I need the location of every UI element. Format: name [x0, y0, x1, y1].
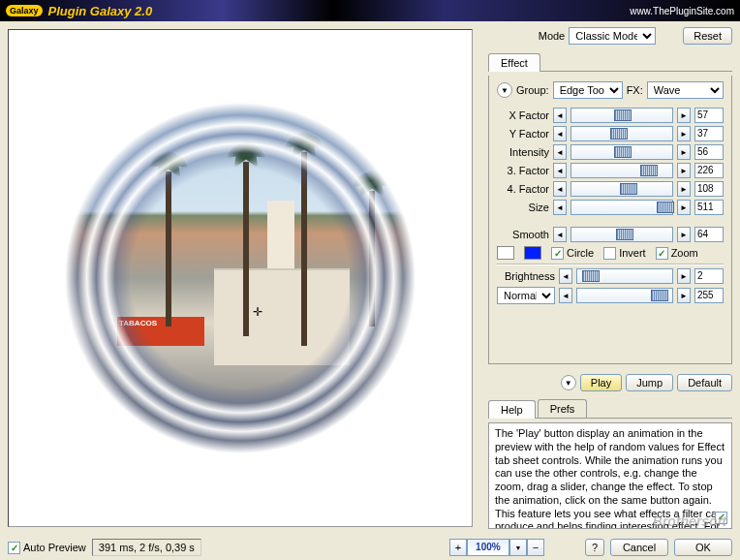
play-button[interactable]: Play [580, 374, 622, 391]
slider-inc[interactable]: ► [677, 144, 691, 160]
slider-inc[interactable]: ► [677, 227, 691, 242]
param-slider[interactable] [570, 163, 673, 178]
param-slider[interactable] [570, 108, 673, 123]
reset-button[interactable]: Reset [683, 27, 732, 45]
slider-label: 3. Factor [497, 165, 549, 176]
group-select[interactable]: Edge Tool [553, 81, 623, 99]
preview-area[interactable]: TABACOS ✛ [8, 29, 473, 527]
param-slider[interactable] [570, 181, 673, 197]
slider-label: Intensity [497, 146, 549, 158]
brightness-slider[interactable] [576, 268, 673, 284]
brightness-value[interactable]: 2 [694, 268, 724, 284]
mode-select[interactable]: Classic Mode [569, 27, 656, 45]
slider-inc[interactable]: ► [677, 108, 691, 123]
slider-value[interactable]: 37 [694, 126, 724, 141]
slider-dec[interactable]: ◄ [553, 126, 567, 141]
tab-help[interactable]: Help [488, 400, 536, 419]
blend-value[interactable]: 255 [694, 288, 724, 303]
zoom-checkbox[interactable]: ✓ [656, 247, 668, 260]
ok-button[interactable]: OK [674, 539, 732, 556]
circle-checkbox[interactable]: ✓ [551, 247, 564, 260]
slider-inc[interactable]: ► [677, 288, 691, 303]
color-white[interactable] [497, 246, 514, 260]
slider-dec[interactable]: ◄ [553, 200, 567, 215]
slider-label: X Factor [497, 109, 549, 121]
slider-dec[interactable]: ◄ [559, 288, 572, 303]
fx-label: FX: [627, 84, 643, 96]
slider-inc[interactable]: ► [677, 181, 691, 197]
slider-inc[interactable]: ► [677, 200, 691, 215]
slider-label: Size [497, 202, 549, 213]
slider-dec[interactable]: ◄ [553, 108, 567, 123]
mode-label: Mode [539, 30, 566, 42]
blend-mode-select[interactable]: Normal [497, 287, 555, 304]
logo-badge: Galaxy [6, 5, 43, 16]
help-text: The 'Play' button display an animation i… [488, 422, 732, 529]
smooth-label: Smooth [497, 229, 549, 240]
slider-inc[interactable]: ► [677, 268, 691, 284]
group-label: Group: [516, 84, 549, 96]
brightness-label: Brightness [497, 270, 555, 282]
slider-dec[interactable]: ◄ [553, 227, 567, 242]
tab-effect[interactable]: Effect [488, 53, 540, 72]
smooth-value[interactable]: 64 [694, 227, 724, 242]
cancel-button[interactable]: Cancel [610, 539, 668, 556]
preview-image: TABACOS ✛ [20, 55, 460, 501]
invert-label: Invert [619, 247, 646, 259]
crosshair-icon: ✛ [253, 305, 262, 319]
slider-dec[interactable]: ◄ [553, 163, 567, 178]
slider-value[interactable]: 226 [694, 163, 724, 178]
expand-icon[interactable]: ▼ [497, 82, 512, 98]
slider-dec[interactable]: ◄ [553, 181, 567, 197]
fx-select[interactable]: Wave [647, 81, 724, 99]
help-checkbox[interactable]: ✓ [715, 512, 727, 524]
zoom-dropdown[interactable]: ▼ [509, 539, 527, 556]
circle-label: Circle [567, 247, 594, 259]
slider-inc[interactable]: ► [677, 163, 691, 178]
zoom-label: Zoom [671, 247, 698, 259]
param-slider[interactable] [570, 200, 673, 215]
auto-preview-checkbox[interactable]: ✓ [8, 542, 20, 554]
slider-label: Y Factor [497, 128, 549, 140]
status-text: 391 ms, 2 f/s, 0,39 s [92, 539, 201, 556]
zoom-value[interactable]: 100% [467, 539, 509, 556]
slider-dec[interactable]: ◄ [559, 268, 572, 284]
zoom-out-button[interactable]: + [449, 539, 467, 556]
zoom-in-button[interactable]: − [527, 539, 544, 556]
slider-value[interactable]: 56 [694, 144, 724, 160]
invert-checkbox[interactable] [603, 247, 616, 260]
jump-button[interactable]: Jump [626, 374, 673, 391]
slider-label: 4. Factor [497, 183, 549, 195]
blend-slider[interactable] [576, 288, 673, 303]
effect-panel: ▼ Group: Edge Tool FX: Wave X Factor◄►57… [488, 76, 732, 364]
tab-prefs[interactable]: Prefs [538, 399, 588, 418]
app-header: Galaxy Plugin Galaxy 2.0 www.ThePluginSi… [0, 0, 740, 21]
default-button[interactable]: Default [677, 374, 732, 391]
slider-dec[interactable]: ◄ [553, 144, 567, 160]
smooth-slider[interactable] [570, 227, 673, 242]
website-url: www.ThePluginSite.com [630, 6, 734, 16]
auto-preview-label: Auto Preview [23, 542, 86, 553]
help-button[interactable]: ? [585, 539, 604, 556]
param-slider[interactable] [570, 126, 673, 141]
param-slider[interactable] [570, 144, 673, 160]
slider-inc[interactable]: ► [677, 126, 691, 141]
slider-value[interactable]: 108 [694, 181, 724, 197]
color-blue[interactable] [524, 246, 541, 260]
slider-value[interactable]: 511 [694, 200, 724, 215]
slider-value[interactable]: 57 [694, 108, 724, 123]
anim-expand-icon[interactable]: ▼ [561, 375, 576, 390]
app-title: Plugin Galaxy 2.0 [48, 4, 631, 18]
